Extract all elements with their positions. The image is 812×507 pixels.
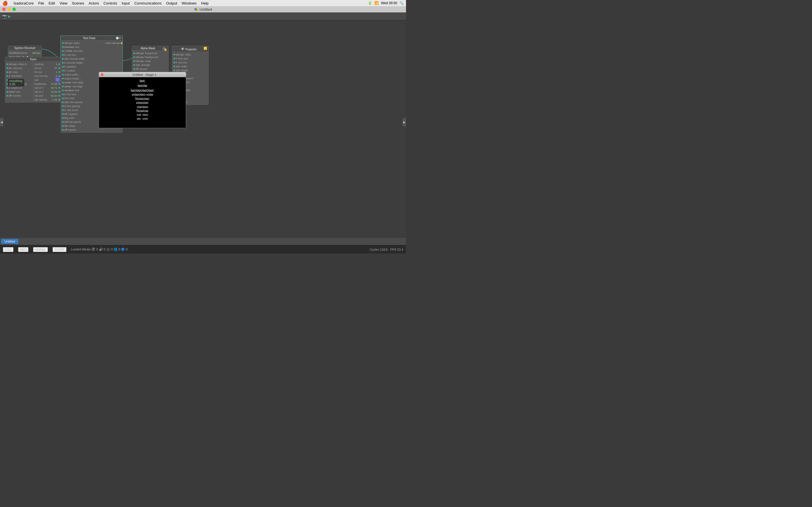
- cycles-fps: Cycles 118.6 FPS 23.4: [370, 248, 403, 251]
- port-dot: [58, 83, 60, 85]
- port-dot: [173, 69, 175, 71]
- port-dot: [6, 91, 8, 93]
- port-dot: [133, 64, 135, 66]
- port-dot: [62, 94, 64, 95]
- port-dot: [133, 52, 135, 54]
- menu-output[interactable]: Output: [166, 1, 177, 5]
- tcpip-button[interactable]: TCP/IP: [52, 247, 66, 252]
- port-dot: [6, 87, 8, 89]
- port-dot: [133, 56, 135, 58]
- menu-edit[interactable]: Edit: [49, 1, 55, 5]
- port-dot: [58, 91, 60, 93]
- syphon-title: Syphon Receiver: [8, 46, 42, 50]
- stage-line-10: wo. voiν: [137, 117, 148, 121]
- right-panel-toggle[interactable]: ▶: [403, 118, 406, 126]
- projector-title: 👁 Projector 🟨: [172, 46, 208, 52]
- port-dot: [62, 62, 64, 64]
- menu-scenes[interactable]: Scenes: [72, 1, 84, 5]
- serial-button[interactable]: SERIAL: [33, 247, 48, 252]
- alpha-mask-node[interactable]: Alpha Mask 🎭 vid-cpuforeground vid-cpuba…: [132, 46, 168, 76]
- tooltip-label: smoothing: [9, 79, 23, 82]
- port-dot: [62, 129, 64, 131]
- minimize-button[interactable]: [7, 8, 11, 11]
- stage-line-4: voiwoiwo·voiw: [132, 93, 153, 97]
- port-dot: [6, 63, 8, 65]
- stage-title: Untitled : Stage 1: [133, 73, 156, 76]
- port-dot: [62, 54, 64, 56]
- menubar: 🍎 IsadoraCore File Edit View Scenes Acto…: [0, 0, 406, 6]
- port-dot: [62, 117, 64, 119]
- text-draw-icon: 🅣✏: [116, 37, 121, 40]
- menu-input[interactable]: Input: [122, 1, 130, 5]
- tab-untitled[interactable]: Untitled: [1, 239, 18, 244]
- menu-communications[interactable]: Communications: [134, 1, 161, 5]
- midi-button[interactable]: MIDI: [18, 247, 29, 252]
- apple-menu[interactable]: 🍎: [2, 1, 8, 6]
- syphon-row-server: Delicod server vid-cpu: [8, 51, 42, 55]
- osc-button[interactable]: OSC: [3, 247, 13, 252]
- stage-line-7: ɔiwoiwc: [137, 105, 148, 109]
- toolbar: 📷 ▶: [0, 12, 406, 20]
- left-panel-toggle[interactable]: ◀: [0, 118, 3, 126]
- menu-file[interactable]: File: [38, 1, 44, 5]
- menu-actors[interactable]: Actors: [89, 1, 99, 5]
- play-icon[interactable]: ▶: [8, 14, 11, 18]
- port-dot: [62, 74, 64, 75]
- port-dot: [62, 90, 64, 91]
- port-dot: [6, 67, 8, 69]
- menu-view[interactable]: View: [59, 1, 67, 5]
- port-dot: [58, 99, 60, 101]
- clock: Wed 09:50: [381, 1, 397, 5]
- port-dot: [6, 75, 8, 77]
- stage-line-2: iwoiw: [138, 83, 147, 88]
- port-dot: [62, 70, 64, 71]
- port-dot: [62, 101, 64, 103]
- grid-preview-icon: [55, 77, 60, 82]
- app-name[interactable]: IsadoraCore: [13, 1, 34, 5]
- stage-titlebar: Untitled : Stage 1: [99, 72, 186, 77]
- port-dot: [58, 67, 60, 69]
- camera-icon[interactable]: 📷: [2, 14, 7, 18]
- port-dot: [62, 42, 64, 44]
- stage-window[interactable]: Untitled : Stage 1 iwc iwoiw iwoiwoiwoiw…: [99, 72, 186, 128]
- stage-line-1: iwc: [140, 78, 145, 83]
- port-dot: [133, 60, 135, 62]
- port-dot: [58, 71, 60, 73]
- loaded-media-label: Loaded Media 🎬 0 🔊 0 🎥 0 🌐 0 🔵 0: [71, 247, 128, 251]
- port-dot: [62, 50, 64, 52]
- menubar-right: 🔋 📶 Wed 09:50 🔍: [368, 1, 404, 5]
- port-dot: [9, 52, 11, 54]
- port-dot: [6, 71, 8, 73]
- port-dot: [173, 58, 175, 59]
- port-dot: [173, 62, 175, 63]
- menu-help[interactable]: Help: [201, 1, 209, 5]
- output-port: [121, 42, 122, 44]
- port-dot: [133, 68, 135, 70]
- battery-icon: 🔋: [368, 1, 372, 5]
- port-dot: [173, 54, 175, 55]
- close-button[interactable]: [2, 8, 6, 11]
- stage-line-8: Νowiow: [137, 109, 148, 113]
- port-dot: [62, 58, 64, 60]
- wifi-icon: 📶: [374, 1, 378, 5]
- canvas[interactable]: Syphon Receiver Delicod server vid-cpu o…: [0, 20, 406, 237]
- alpha-mask-title: Alpha Mask 🎭: [132, 46, 168, 51]
- menu-windows[interactable]: Windows: [182, 1, 197, 5]
- port-dot: [62, 98, 64, 99]
- projector-icon: 👁: [181, 47, 185, 51]
- port-dot: [62, 125, 64, 127]
- stage-close-btn[interactable]: [101, 73, 103, 76]
- menu-controls[interactable]: Controls: [103, 1, 117, 5]
- port-dot: [62, 66, 64, 68]
- window-controls[interactable]: [2, 8, 16, 11]
- stage-line-6: ιoiwoiwc: [136, 101, 149, 105]
- smoothing-tooltip: smoothing 0.95: [8, 78, 24, 87]
- stage-line-5: Νoiwoiwc: [135, 97, 150, 101]
- tooltip-value: 0.95: [9, 82, 23, 86]
- tab-bar: Untitled: [0, 237, 406, 245]
- port-dot: [62, 109, 64, 111]
- maximize-button[interactable]: [12, 8, 16, 11]
- port-dot: [62, 82, 64, 83]
- search-icon[interactable]: 🔍: [400, 1, 404, 5]
- port-dot: [58, 87, 60, 89]
